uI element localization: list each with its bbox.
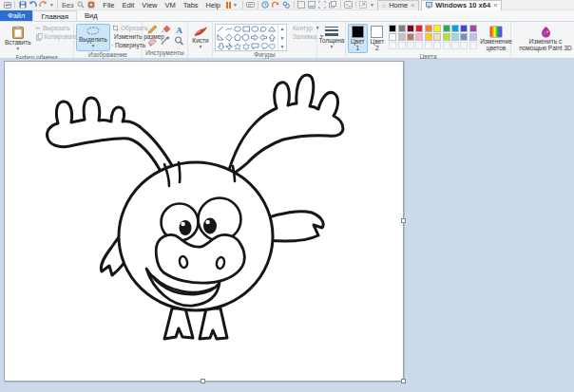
palette-swatch[interactable] <box>425 25 432 32</box>
copy-icon <box>36 33 43 41</box>
fit-guest-caret[interactable]: ▼ <box>370 2 374 8</box>
palette-empty-slot[interactable] <box>425 42 432 49</box>
line-thickness-icon <box>324 26 339 37</box>
palette-empty-slot[interactable] <box>433 42 441 49</box>
pencil-tool[interactable] <box>145 24 159 35</box>
canvas-resize-handle-right[interactable] <box>401 218 406 223</box>
take-snapshot-icon[interactable] <box>261 1 270 9</box>
magnifier-tool[interactable] <box>172 35 185 47</box>
menu-edit[interactable]: Edit <box>122 1 134 9</box>
palette-empty-slot[interactable] <box>389 42 396 49</box>
tab-label: Home <box>389 1 408 9</box>
shapes-scroll-up[interactable]: ▲ <box>280 26 285 31</box>
cut-button[interactable]: ✂ Вырезать <box>36 24 78 32</box>
canvas-resize-handle-bottom[interactable] <box>201 379 205 383</box>
console-icon[interactable] <box>344 1 353 9</box>
snapshot-manager-icon[interactable] <box>282 1 291 9</box>
size-button[interactable]: Толщина ▼ <box>316 24 348 52</box>
color2-button[interactable]: Цвет 2 <box>368 24 388 53</box>
top-strip: ▼ Без File Edit View VM Tabs Help ▼ <box>0 0 574 10</box>
paste-button[interactable]: Вставить ▼ <box>2 24 34 54</box>
palette-empty-slot[interactable] <box>415 42 423 49</box>
undo-icon[interactable] <box>29 1 37 9</box>
palette-swatch[interactable] <box>398 25 406 32</box>
palette-swatch[interactable] <box>451 33 459 41</box>
shapes-more-button[interactable]: ▼ <box>280 44 285 49</box>
edit-colors-button[interactable]: Изменение цветов <box>478 24 514 53</box>
menu-file[interactable]: File <box>103 1 114 9</box>
palette-swatch[interactable] <box>398 33 406 41</box>
palette-swatch[interactable] <box>443 33 450 41</box>
shape-outline-button[interactable]: Контур ▼ <box>291 24 319 32</box>
palette-empty-slot[interactable] <box>443 42 450 49</box>
brushes-button[interactable]: Кисти ▼ <box>189 24 211 52</box>
select-button[interactable]: Выделить ▼ <box>76 24 110 51</box>
tab-windows-10-x64[interactable]: Windows 10 x64 × <box>421 0 502 10</box>
close-icon[interactable]: × <box>493 2 497 9</box>
fit-guest-icon[interactable] <box>359 1 368 9</box>
menu-view[interactable]: View <box>142 1 157 9</box>
save-icon[interactable] <box>18 1 27 9</box>
redo-icon[interactable] <box>39 1 48 9</box>
palette-swatch[interactable] <box>460 33 468 41</box>
ribbon-tab-home[interactable]: Главная <box>32 10 77 21</box>
ribbon-tab-view[interactable]: Вид <box>77 10 105 21</box>
copy-button[interactable]: Копировать <box>36 32 78 41</box>
eraser-tool[interactable] <box>145 35 159 47</box>
canvas-drawing <box>5 62 403 381</box>
palette-swatch[interactable] <box>425 33 432 41</box>
image-group-label: Изображение <box>74 51 142 59</box>
edit-colors-label: Изменение цветов <box>480 38 512 51</box>
palette-swatch[interactable] <box>433 33 441 41</box>
browser-app-icon[interactable] <box>86 1 95 9</box>
palette-swatch[interactable] <box>407 25 414 32</box>
moose-left-foot <box>164 308 193 339</box>
pause-vm-button[interactable]: ▼ <box>226 2 239 9</box>
menu-tabs[interactable]: Tabs <box>183 1 199 9</box>
paste-label: Вставить <box>5 39 31 46</box>
color-picker-tool[interactable] <box>159 35 172 47</box>
palette-swatch[interactable] <box>443 25 450 32</box>
search-icon[interactable] <box>76 1 85 9</box>
palette-swatch[interactable] <box>469 33 477 41</box>
ribbon-tab-file[interactable]: Файл <box>0 10 32 21</box>
palette-swatch[interactable] <box>451 25 459 32</box>
palette-empty-slot[interactable] <box>407 42 414 49</box>
ctrl-alt-del-icon[interactable] <box>246 1 255 9</box>
fill-tool[interactable] <box>159 24 172 35</box>
palette-swatch[interactable] <box>407 33 414 41</box>
canvas-resize-handle-corner[interactable] <box>401 379 406 383</box>
revert-snapshot-icon[interactable] <box>272 1 280 9</box>
shape-fill-button[interactable]: Заливка ▼ <box>291 32 319 41</box>
tab-home[interactable]: ⌂ Home × <box>377 0 419 10</box>
edit-with-paint3d-button[interactable]: Изменить с помощью Paint 3D <box>513 24 574 53</box>
palette-swatch[interactable] <box>433 25 441 32</box>
close-icon[interactable]: × <box>411 2 414 9</box>
shapes-gallery[interactable]: ▲ ▼ ▼ <box>215 24 287 51</box>
color1-button[interactable]: Цвет 1 <box>348 24 368 53</box>
palette-swatch[interactable] <box>460 25 468 32</box>
fullscreen-icon[interactable] <box>318 1 327 9</box>
palette-empty-slot[interactable] <box>460 42 468 49</box>
group-image: Выделить ▼ Обрезать Изменить размер Пове… <box>74 22 143 58</box>
show-thumbnail-bar-icon[interactable] <box>308 1 316 9</box>
show-console-view-icon[interactable] <box>297 1 306 9</box>
shapes-scroll-down[interactable]: ▼ <box>280 35 285 41</box>
palette-swatch[interactable] <box>389 25 396 32</box>
clipboard-icon <box>12 26 24 39</box>
text-tool[interactable]: A <box>172 24 185 35</box>
drawing-canvas[interactable] <box>4 61 404 382</box>
menu-vm[interactable]: VM <box>164 1 175 9</box>
palette-empty-slot[interactable] <box>398 42 406 49</box>
unity-mode-icon[interactable] <box>329 1 337 9</box>
qat-customize-caret[interactable]: ▼ <box>49 2 54 8</box>
left-pupil <box>180 220 192 235</box>
palette-swatch[interactable] <box>389 33 396 41</box>
pause-icon <box>229 2 231 9</box>
palette-empty-slot[interactable] <box>451 42 459 49</box>
palette-swatch[interactable] <box>469 25 477 32</box>
palette-swatch[interactable] <box>415 25 423 32</box>
menu-help[interactable]: Help <box>206 1 220 9</box>
palette-empty-slot[interactable] <box>469 42 477 49</box>
palette-swatch[interactable] <box>415 33 423 41</box>
